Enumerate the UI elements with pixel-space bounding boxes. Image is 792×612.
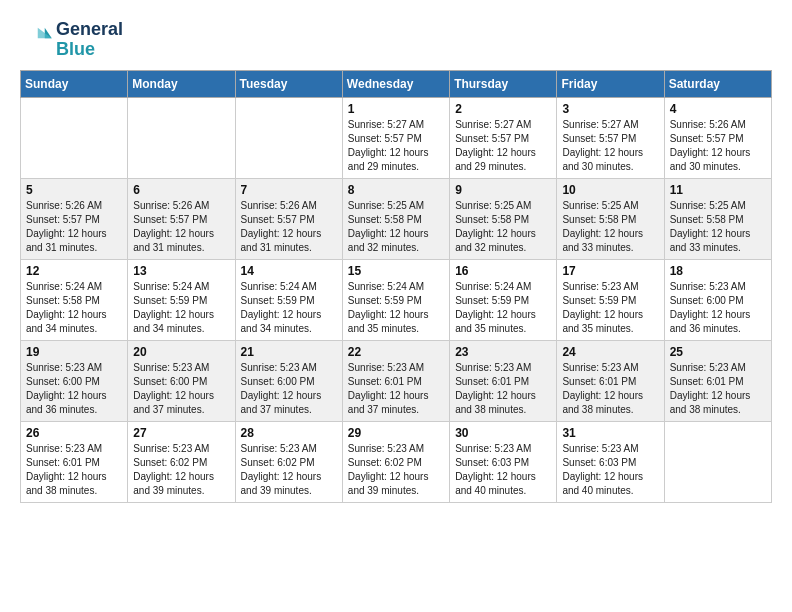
logo-icon [20, 26, 52, 54]
day-info: Sunrise: 5:23 AM Sunset: 6:00 PM Dayligh… [26, 361, 122, 417]
day-info: Sunrise: 5:23 AM Sunset: 6:01 PM Dayligh… [670, 361, 766, 417]
day-cell: 10Sunrise: 5:25 AM Sunset: 5:58 PM Dayli… [557, 178, 664, 259]
day-number: 8 [348, 183, 444, 197]
day-number: 27 [133, 426, 229, 440]
day-number: 12 [26, 264, 122, 278]
day-number: 7 [241, 183, 337, 197]
day-number: 2 [455, 102, 551, 116]
week-row-2: 5Sunrise: 5:26 AM Sunset: 5:57 PM Daylig… [21, 178, 772, 259]
day-cell: 17Sunrise: 5:23 AM Sunset: 5:59 PM Dayli… [557, 259, 664, 340]
col-header-sunday: Sunday [21, 70, 128, 97]
day-cell: 1Sunrise: 5:27 AM Sunset: 5:57 PM Daylig… [342, 97, 449, 178]
day-info: Sunrise: 5:25 AM Sunset: 5:58 PM Dayligh… [670, 199, 766, 255]
day-info: Sunrise: 5:23 AM Sunset: 6:02 PM Dayligh… [348, 442, 444, 498]
week-row-5: 26Sunrise: 5:23 AM Sunset: 6:01 PM Dayli… [21, 421, 772, 502]
day-cell: 7Sunrise: 5:26 AM Sunset: 5:57 PM Daylig… [235, 178, 342, 259]
day-info: Sunrise: 5:26 AM Sunset: 5:57 PM Dayligh… [26, 199, 122, 255]
day-number: 18 [670, 264, 766, 278]
day-number: 5 [26, 183, 122, 197]
day-cell [235, 97, 342, 178]
day-cell: 21Sunrise: 5:23 AM Sunset: 6:00 PM Dayli… [235, 340, 342, 421]
logo-text: General Blue [56, 20, 123, 60]
day-info: Sunrise: 5:24 AM Sunset: 5:59 PM Dayligh… [455, 280, 551, 336]
day-number: 31 [562, 426, 658, 440]
day-info: Sunrise: 5:23 AM Sunset: 6:01 PM Dayligh… [26, 442, 122, 498]
day-cell: 30Sunrise: 5:23 AM Sunset: 6:03 PM Dayli… [450, 421, 557, 502]
day-info: Sunrise: 5:23 AM Sunset: 6:03 PM Dayligh… [455, 442, 551, 498]
day-info: Sunrise: 5:26 AM Sunset: 5:57 PM Dayligh… [241, 199, 337, 255]
day-info: Sunrise: 5:25 AM Sunset: 5:58 PM Dayligh… [348, 199, 444, 255]
day-cell: 5Sunrise: 5:26 AM Sunset: 5:57 PM Daylig… [21, 178, 128, 259]
day-info: Sunrise: 5:23 AM Sunset: 6:00 PM Dayligh… [670, 280, 766, 336]
day-cell: 31Sunrise: 5:23 AM Sunset: 6:03 PM Dayli… [557, 421, 664, 502]
day-info: Sunrise: 5:23 AM Sunset: 6:00 PM Dayligh… [133, 361, 229, 417]
day-info: Sunrise: 5:27 AM Sunset: 5:57 PM Dayligh… [455, 118, 551, 174]
day-cell: 4Sunrise: 5:26 AM Sunset: 5:57 PM Daylig… [664, 97, 771, 178]
day-cell: 22Sunrise: 5:23 AM Sunset: 6:01 PM Dayli… [342, 340, 449, 421]
day-cell: 2Sunrise: 5:27 AM Sunset: 5:57 PM Daylig… [450, 97, 557, 178]
day-info: Sunrise: 5:24 AM Sunset: 5:59 PM Dayligh… [241, 280, 337, 336]
day-cell: 14Sunrise: 5:24 AM Sunset: 5:59 PM Dayli… [235, 259, 342, 340]
day-info: Sunrise: 5:26 AM Sunset: 5:57 PM Dayligh… [133, 199, 229, 255]
day-number: 6 [133, 183, 229, 197]
col-header-thursday: Thursday [450, 70, 557, 97]
day-info: Sunrise: 5:23 AM Sunset: 6:02 PM Dayligh… [133, 442, 229, 498]
day-info: Sunrise: 5:23 AM Sunset: 6:01 PM Dayligh… [348, 361, 444, 417]
day-cell: 6Sunrise: 5:26 AM Sunset: 5:57 PM Daylig… [128, 178, 235, 259]
day-cell: 25Sunrise: 5:23 AM Sunset: 6:01 PM Dayli… [664, 340, 771, 421]
day-number: 1 [348, 102, 444, 116]
col-header-monday: Monday [128, 70, 235, 97]
day-cell [21, 97, 128, 178]
day-cell: 18Sunrise: 5:23 AM Sunset: 6:00 PM Dayli… [664, 259, 771, 340]
day-cell: 11Sunrise: 5:25 AM Sunset: 5:58 PM Dayli… [664, 178, 771, 259]
week-row-3: 12Sunrise: 5:24 AM Sunset: 5:58 PM Dayli… [21, 259, 772, 340]
day-number: 21 [241, 345, 337, 359]
day-info: Sunrise: 5:27 AM Sunset: 5:57 PM Dayligh… [348, 118, 444, 174]
day-number: 25 [670, 345, 766, 359]
day-info: Sunrise: 5:23 AM Sunset: 6:01 PM Dayligh… [455, 361, 551, 417]
day-cell: 12Sunrise: 5:24 AM Sunset: 5:58 PM Dayli… [21, 259, 128, 340]
day-info: Sunrise: 5:26 AM Sunset: 5:57 PM Dayligh… [670, 118, 766, 174]
col-header-tuesday: Tuesday [235, 70, 342, 97]
day-number: 24 [562, 345, 658, 359]
col-header-friday: Friday [557, 70, 664, 97]
page-header: General Blue [20, 20, 772, 60]
day-number: 26 [26, 426, 122, 440]
day-cell: 16Sunrise: 5:24 AM Sunset: 5:59 PM Dayli… [450, 259, 557, 340]
day-number: 19 [26, 345, 122, 359]
logo: General Blue [20, 20, 123, 60]
day-number: 30 [455, 426, 551, 440]
day-cell: 15Sunrise: 5:24 AM Sunset: 5:59 PM Dayli… [342, 259, 449, 340]
day-number: 14 [241, 264, 337, 278]
day-number: 9 [455, 183, 551, 197]
day-number: 23 [455, 345, 551, 359]
day-cell: 3Sunrise: 5:27 AM Sunset: 5:57 PM Daylig… [557, 97, 664, 178]
day-info: Sunrise: 5:24 AM Sunset: 5:58 PM Dayligh… [26, 280, 122, 336]
day-info: Sunrise: 5:24 AM Sunset: 5:59 PM Dayligh… [133, 280, 229, 336]
col-header-wednesday: Wednesday [342, 70, 449, 97]
day-cell [664, 421, 771, 502]
day-cell: 23Sunrise: 5:23 AM Sunset: 6:01 PM Dayli… [450, 340, 557, 421]
day-info: Sunrise: 5:23 AM Sunset: 6:00 PM Dayligh… [241, 361, 337, 417]
day-number: 17 [562, 264, 658, 278]
day-cell: 13Sunrise: 5:24 AM Sunset: 5:59 PM Dayli… [128, 259, 235, 340]
week-row-1: 1Sunrise: 5:27 AM Sunset: 5:57 PM Daylig… [21, 97, 772, 178]
day-number: 16 [455, 264, 551, 278]
col-header-saturday: Saturday [664, 70, 771, 97]
day-cell: 27Sunrise: 5:23 AM Sunset: 6:02 PM Dayli… [128, 421, 235, 502]
day-info: Sunrise: 5:23 AM Sunset: 6:01 PM Dayligh… [562, 361, 658, 417]
day-number: 4 [670, 102, 766, 116]
day-cell: 19Sunrise: 5:23 AM Sunset: 6:00 PM Dayli… [21, 340, 128, 421]
day-info: Sunrise: 5:23 AM Sunset: 6:02 PM Dayligh… [241, 442, 337, 498]
day-number: 15 [348, 264, 444, 278]
day-info: Sunrise: 5:23 AM Sunset: 5:59 PM Dayligh… [562, 280, 658, 336]
day-info: Sunrise: 5:24 AM Sunset: 5:59 PM Dayligh… [348, 280, 444, 336]
day-info: Sunrise: 5:27 AM Sunset: 5:57 PM Dayligh… [562, 118, 658, 174]
header-row: SundayMondayTuesdayWednesdayThursdayFrid… [21, 70, 772, 97]
week-row-4: 19Sunrise: 5:23 AM Sunset: 6:00 PM Dayli… [21, 340, 772, 421]
day-number: 11 [670, 183, 766, 197]
day-cell [128, 97, 235, 178]
day-number: 3 [562, 102, 658, 116]
day-cell: 26Sunrise: 5:23 AM Sunset: 6:01 PM Dayli… [21, 421, 128, 502]
day-number: 10 [562, 183, 658, 197]
